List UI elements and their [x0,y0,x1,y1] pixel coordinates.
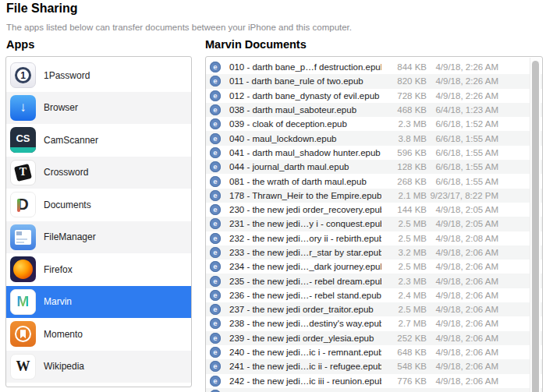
scrollbar-track [530,58,541,392]
app-list-item[interactable]: FileManager [6,221,191,254]
document-row[interactable]: e 012 - darth bane_dynasty of evil.epub … [206,89,542,103]
document-date: 4/9/18, 2:06 AM [427,305,498,314]
document-date: 4/9/18, 2:06 AM [427,362,498,371]
document-name: 235 - the new jedi…- rebel dream.epub [229,277,381,286]
app-list-item[interactable]: W Wikipedia [6,351,191,383]
epub-file-icon: e [210,104,221,115]
app-list-item[interactable]: Momento [6,318,191,351]
document-row[interactable]: e 232 - the new jedi…ory ii - rebirth.ep… [206,231,542,245]
app-list-item[interactable]: T Crossword [6,157,191,189]
documents-list: e 010 - darth bane_p…f destruction.epub … [205,56,543,392]
document-size: 468 KB [381,105,427,115]
epub-file-icon: e [210,290,221,301]
app-label: Momento [44,329,83,340]
document-row[interactable]: e [206,388,542,392]
document-size: 3.8 MB [381,134,427,143]
epub-file-icon: e [210,76,221,87]
document-date: 4/9/18, 2:06 AM [427,248,498,257]
document-row[interactable]: e 239 - the new jedi order_ylesia.epub 2… [206,331,542,345]
momento-icon [10,321,36,347]
document-row[interactable]: e 041 - darth maul_shadow hunter.epub 59… [206,146,542,160]
app-list-item[interactable]: D Documents [6,189,191,221]
document-name: 011 - darth bane_rule of two.epub [229,76,381,86]
document-size: 128 KB [381,162,427,171]
document-name: 234 - the new jedi…_dark journey.epub [229,262,381,271]
document-size: 648 KB [381,348,427,357]
app-list-item[interactable]: M Marvin [6,286,191,319]
epub-file-icon: e [210,333,221,344]
document-row[interactable]: e 010 - darth bane_p…f destruction.epub … [206,60,542,74]
document-row[interactable]: e 039 - cloak of deception.epub 2.3 MB 6… [206,117,542,131]
document-size: 2.5 MB [381,219,427,228]
document-name: 241 - the new jedi…ic ii - refugee.epub [229,362,381,371]
document-size: 2.5 MB [381,305,427,314]
epub-file-icon: e [210,90,221,101]
app-label: Firefox [44,264,73,275]
epub-file-icon: e [210,304,221,315]
epub-file-icon: e [210,233,221,244]
document-name: 039 - cloak of deception.epub [229,119,381,129]
document-date: 6/6/18, 1:55 AM [427,177,498,186]
document-row[interactable]: e 040 - maul_lockdown.epub 3.8 MB 6/6/18… [206,131,542,145]
document-row[interactable]: e 242 - the new jedi…ic iii - reunion.ep… [206,374,542,388]
document-row[interactable]: e 240 - the new jedi…ic i - remnant.epub… [206,345,542,359]
scrollbar-thumb[interactable] [532,61,539,392]
document-size: 820 KB [381,76,427,86]
document-date: 4/9/18, 2:06 AM [427,277,498,286]
document-row[interactable]: e 238 - the new jedi…destiny's way.epub … [206,316,542,330]
document-row[interactable]: e 231 - the new jedi…y i - conquest.epub… [206,217,542,231]
document-row[interactable]: e 011 - darth bane_rule of two.epub 820 … [206,74,542,88]
app-label: CamScanner [44,135,98,146]
document-size: 776 KB [381,376,427,386]
epub-file-icon: e [210,361,221,372]
document-size: 2.5 MB [381,262,427,271]
epub-file-icon: e [210,218,221,229]
document-name: 041 - darth maul_shadow hunter.epub [229,148,381,157]
epub-file-icon: e [210,147,221,158]
epub-file-icon: e [210,133,221,144]
document-date: 6/6/18, 1:55 AM [427,134,498,143]
document-date: 4/9/18, 2:26 AM [427,76,498,86]
document-name: 040 - maul_lockdown.epub [229,134,381,143]
document-row[interactable]: e 234 - the new jedi…_dark journey.epub … [206,260,542,274]
document-name: 044 - journal_darth maul.epub [229,162,381,171]
filemanager-icon [10,224,36,250]
document-date: 4/9/18, 2:06 AM [427,334,498,343]
app-list-item[interactable]: ↓ Browser [6,92,191,125]
apps-list: 1 1Password ↓ Browser CS CamScanner T Cr… [5,56,192,387]
app-label: 1Password [44,70,90,81]
document-row[interactable]: e 241 - the new jedi…ic ii - refugee.epu… [206,359,542,373]
document-name: 233 - the new jedi…r_star by star.epub [229,248,381,257]
document-size: 3.2 MB [381,248,427,257]
document-row[interactable]: e 044 - journal_darth maul.epub 128 KB 6… [206,160,542,174]
crossword-icon: T [10,160,36,185]
document-name: 038 - darth maul_saboteur.epub [229,105,381,115]
app-list-item[interactable]: 1 1Password [6,59,191,92]
document-row[interactable]: e 235 - the new jedi…- rebel dream.epub … [206,274,542,288]
document-name: 178 - Thrawn_Heir to the Empire.epub [229,191,381,200]
document-size: 2.5 MB [381,234,427,243]
epub-file-icon: e [210,62,221,72]
epub-file-icon: e [210,247,221,258]
app-label: Marvin [44,296,72,307]
document-row[interactable]: e 038 - darth maul_saboteur.epub 468 KB … [206,103,542,117]
app-label: Crossword [44,167,88,178]
app-list-item[interactable]: CS CamScanner [6,124,191,157]
app-label: Documents [44,200,91,210]
app-label: FileManager [44,231,96,242]
document-row[interactable]: e 237 - the new jedi order_traitor.epub … [206,302,542,316]
epub-file-icon: e [210,347,221,358]
document-row[interactable]: e 178 - Thrawn_Heir to the Empire.epub 2… [206,189,542,203]
document-date: 6/6/18, 1:55 AM [427,148,498,157]
browser-icon: ↓ [10,95,36,121]
document-size: 268 KB [381,177,427,186]
document-row[interactable]: e 236 - the new jedi…- rebel stand.epub … [206,288,542,302]
document-row[interactable]: e 233 - the new jedi…r_star by star.epub… [206,245,542,260]
epub-file-icon: e [210,204,221,215]
apps-section-title: Apps [6,38,34,51]
document-row[interactable]: e 081 - the wrath of darth maul.epub 268… [206,174,542,188]
document-row[interactable]: e 230 - the new jedi order_recovery.epub… [206,203,542,217]
document-date: 4/9/18, 2:06 AM [427,348,498,357]
app-list-item[interactable]: Firefox [6,253,191,286]
document-size: 2.4 MB [381,291,427,300]
